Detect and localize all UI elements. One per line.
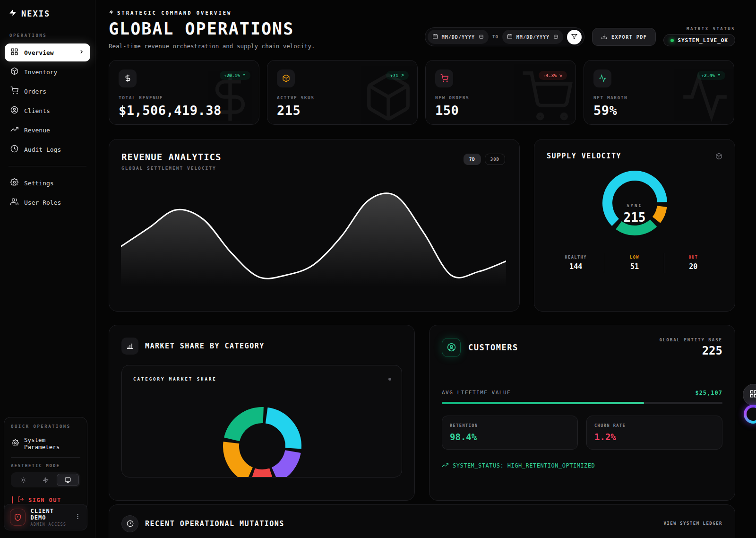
avg-lifetime-row: AVG LIFETIME VALUE $25,107 [442, 390, 722, 396]
date-picker-icon[interactable] [479, 34, 484, 40]
sidebar-item-settings[interactable]: Settings [5, 174, 90, 192]
package-icon [10, 67, 18, 77]
range-30d-button[interactable]: 30D [485, 154, 505, 165]
date-to-input[interactable]: MM/DD/YYYY [502, 30, 563, 44]
legend-value: 144 [547, 262, 605, 271]
entity-base: GLOBAL ENTITY BASE 225 [659, 338, 722, 357]
system-mode-button[interactable] [57, 474, 79, 486]
brand-name: NEXIS [21, 9, 50, 18]
kpi-delta-badge: +20.1% [220, 71, 250, 80]
sidebar: NEXIS OPERATIONS Overview Inventory Orde… [0, 0, 95, 538]
package-icon [715, 153, 722, 162]
chevron-right-icon [78, 49, 85, 56]
entity-base-value: 225 [659, 344, 722, 357]
range-toggle: 7D 30D [464, 154, 505, 165]
lifetime-value-progress [442, 402, 722, 404]
market-panel-title: MARKET SHARE BY CATEGORY [145, 342, 265, 350]
grid-icon [749, 390, 756, 400]
inner-card-title: CATEGORY MARKET SHARE [133, 377, 217, 382]
kpi-delta: +20.1% [224, 73, 240, 78]
history-clock-icon [121, 515, 138, 532]
legend-label: HEALTHY [547, 255, 605, 260]
status-dot [388, 378, 391, 381]
view-system-ledger-link[interactable]: VIEW SYSTEM LEDGER [663, 521, 722, 526]
user-profile-bar[interactable]: CLIENT DEMO ADMIN ACCESS [4, 504, 87, 530]
supply-velocity-panel: SUPPLY VELOCITY SYNC 215 HEALTHY 144 LOW… [534, 139, 735, 312]
legend-healthy: HEALTHY 144 [547, 253, 605, 273]
sidebar-item-revenue[interactable]: Revenue [5, 121, 90, 139]
system-status-line: SYSTEM_STATUS: HIGH_RETENTION_OPTIMIZED [442, 462, 722, 470]
gear-icon [12, 439, 19, 448]
dollar-icon [119, 69, 137, 87]
user-name: CLIENT DEMO [31, 508, 69, 521]
filter-button[interactable] [567, 30, 582, 44]
row-market-customers: MARKET SHARE BY CATEGORY CATEGORY MARKET… [109, 325, 735, 501]
user-info: CLIENT DEMO ADMIN ACCESS [31, 508, 69, 527]
user-role: ADMIN ACCESS [31, 522, 69, 527]
header-controls: MM/DD/YYYY TO MM/DD/YYYY EXPORT PDF MA [425, 27, 735, 46]
sidebar-item-label: Settings [24, 180, 54, 187]
export-pdf-button[interactable]: EXPORT PDF [592, 28, 656, 46]
calendar-icon [432, 34, 438, 40]
kpi-card-active-skus: +71 ACTIVE SKUS 215 [267, 60, 418, 125]
system-parameters-button[interactable]: System Parameters [11, 435, 80, 457]
activity-icon [593, 69, 611, 87]
system-parameters-label: System Parameters [24, 436, 79, 451]
sidebar-item-clients[interactable]: Clients [5, 102, 90, 120]
legend-value: 51 [605, 262, 663, 271]
legend-low: LOW 51 [605, 253, 663, 273]
range-7d-button[interactable]: 7D [464, 154, 481, 165]
sidebar-item-label: Revenue [24, 127, 50, 134]
zap-mode-button[interactable] [34, 474, 57, 486]
retention-stat: RETENTION 98.4% [442, 416, 578, 450]
entity-base-label: GLOBAL ENTITY BASE [659, 338, 722, 342]
revenue-panel-title: REVENUE ANALYTICS [121, 152, 507, 162]
status-dot [670, 39, 674, 42]
supply-panel-title: SUPPLY VELOCITY [547, 152, 722, 160]
quick-operations-card: QUICK OPERATIONS System Parameters AESTH… [4, 417, 87, 511]
revenue-area-chart [121, 187, 506, 289]
customers-header: CUSTOMERS GLOBAL ENTITY BASE 225 [442, 338, 722, 357]
sidebar-item-orders[interactable]: Orders [5, 82, 90, 100]
legend-label: LOW [605, 255, 663, 260]
sidebar-item-label: Clients [24, 107, 50, 114]
system-status-value: SYSTEM_LIVE_OK [678, 37, 728, 43]
lightning-icon [109, 9, 114, 16]
divider [11, 457, 80, 458]
shield-icon [10, 509, 26, 526]
churn-label: CHURN RATE [594, 423, 714, 428]
sidebar-item-overview[interactable]: Overview [5, 43, 90, 61]
customer-stats: RETENTION 98.4% CHURN RATE 1.2% [442, 416, 722, 450]
users-icon [10, 198, 18, 207]
market-share-panel: MARKET SHARE BY CATEGORY CATEGORY MARKET… [109, 325, 415, 501]
sidebar-item-user-roles[interactable]: User Roles [5, 193, 90, 211]
history-clock-icon [10, 145, 18, 154]
brand-logo: NEXIS [5, 9, 90, 19]
quick-operations-title: QUICK OPERATIONS [11, 424, 80, 429]
package-icon [277, 69, 295, 87]
more-vertical-icon[interactable] [74, 513, 81, 522]
category-market-share-card: CATEGORY MARKET SHARE [121, 365, 402, 477]
kpi-row: +20.1% TOTAL REVENUE $1,506,419.38 +71 A… [109, 60, 735, 125]
date-to-value: MM/DD/YYYY [516, 35, 550, 40]
sidebar-item-label: Orders [24, 88, 46, 95]
logout-icon [17, 496, 24, 504]
date-range-picker: MM/DD/YYYY TO MM/DD/YYYY [425, 27, 584, 46]
sign-out-button[interactable]: SIGN OUT [11, 494, 80, 504]
sidebar-item-audit-logs[interactable]: Audit Logs [5, 140, 90, 158]
kpi-delta: -4.3% [543, 73, 557, 78]
sidebar-item-label: Audit Logs [24, 146, 61, 153]
sidebar-item-inventory[interactable]: Inventory [5, 63, 90, 81]
progress-fill [442, 402, 644, 404]
aesthetic-mode-label: AESTHETIC MODE [11, 463, 80, 468]
date-picker-icon[interactable] [553, 34, 558, 40]
calendar-icon [507, 34, 513, 40]
aesthetic-mode-toggle [11, 472, 80, 487]
system-status-pill: SYSTEM_LIVE_OK [663, 34, 735, 46]
sidebar-item-label: Overview [24, 49, 54, 56]
sign-out-label: SIGN OUT [28, 497, 61, 503]
trending-up-icon [10, 125, 18, 135]
light-mode-button[interactable] [12, 474, 34, 486]
sidebar-item-label: User Roles [24, 199, 61, 206]
date-from-input[interactable]: MM/DD/YYYY [428, 30, 489, 44]
